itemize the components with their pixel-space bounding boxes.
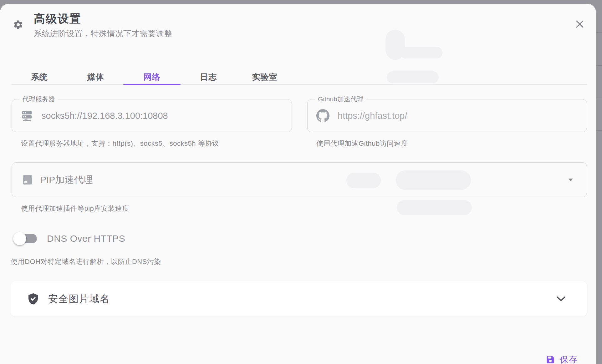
- scroll-band-line: [596, 130, 602, 131]
- dropdown-arrow-icon: [568, 178, 574, 182]
- toggle-knob: [13, 232, 26, 245]
- chevron-down-icon: [556, 296, 566, 302]
- settings-tab-bar: 系统 媒体 网络 日志 实验室: [11, 69, 293, 85]
- scroll-band-line: [596, 98, 602, 98]
- close-button[interactable]: [573, 18, 586, 31]
- safe-image-domains-label: 安全图片域名: [48, 292, 110, 306]
- scroll-band-line: [596, 65, 602, 66]
- doh-helper: 使用DOH对特定域名进行解析，以防止DNS污染: [11, 257, 161, 266]
- active-tab-indicator: [123, 84, 181, 85]
- tab-divider: [12, 84, 587, 85]
- github-proxy-label: Github加速代理: [315, 95, 366, 104]
- background-ghost: [400, 47, 442, 58]
- background-ghost: [387, 71, 439, 83]
- scroll-band-line: [596, 32, 602, 33]
- tab-system[interactable]: 系统: [11, 69, 68, 85]
- shield-check-icon: [27, 292, 39, 306]
- github-proxy-field: Github加速代理: [307, 99, 587, 132]
- github-proxy-helper: 使用代理加速Github访问速度: [316, 139, 408, 148]
- tab-media[interactable]: 媒体: [68, 69, 124, 85]
- save-label: 保存: [560, 354, 578, 364]
- dialog-title: 高级设置: [34, 11, 81, 27]
- proxy-server-field: 代理服务器: [12, 99, 292, 132]
- server-icon: [21, 109, 33, 122]
- github-icon: [316, 109, 329, 122]
- card-icon: [21, 174, 34, 186]
- tab-lab[interactable]: 实验室: [237, 69, 293, 85]
- close-icon: [574, 19, 585, 29]
- proxy-server-label: 代理服务器: [19, 95, 58, 104]
- page: { "dialog": { "title": "高级设置", "subtitle…: [0, 0, 602, 364]
- tab-logs[interactable]: 日志: [180, 69, 237, 85]
- gear-icon: [13, 19, 23, 30]
- advanced-settings-dialog: 高级设置 系统进阶设置，特殊情况下才需要调整 系统 媒体 网络 日志 实验室 代…: [0, 4, 596, 364]
- doh-label: DNS Over HTTPS: [47, 233, 125, 244]
- safe-image-domains-accordion[interactable]: 安全图片域名: [11, 281, 587, 316]
- doh-toggle[interactable]: [13, 232, 37, 245]
- save-icon: [546, 355, 555, 364]
- tab-network[interactable]: 网络: [124, 69, 180, 85]
- save-button[interactable]: 保存: [546, 354, 578, 364]
- github-proxy-input[interactable]: [338, 111, 580, 121]
- page-scroll-band: [596, 0, 602, 364]
- pip-proxy-helper: 使用代理加速插件等pip库安装速度: [21, 204, 129, 213]
- proxy-server-helper: 设置代理服务器地址，支持：http(s)、socks5、socks5h 等协议: [21, 139, 219, 148]
- pip-proxy-select[interactable]: PIP加速代理: [12, 162, 587, 197]
- pip-proxy-label: PIP加速代理: [40, 174, 93, 186]
- dialog-subtitle: 系统进阶设置，特殊情况下才需要调整: [34, 28, 172, 39]
- doh-row: DNS Over HTTPS: [13, 232, 125, 245]
- background-ghost: [397, 200, 472, 215]
- proxy-server-input[interactable]: [41, 111, 285, 121]
